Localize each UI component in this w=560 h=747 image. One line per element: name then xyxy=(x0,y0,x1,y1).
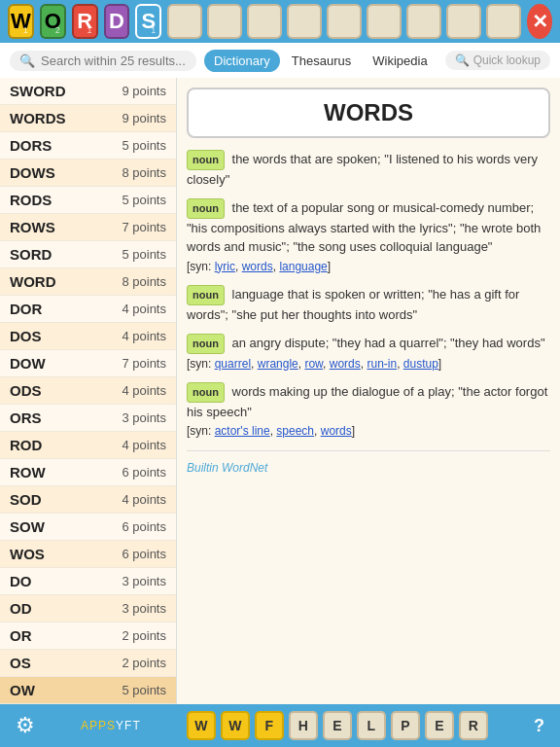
word-item[interactable]: ROWS7 points xyxy=(0,214,176,241)
search-bar: 🔍 Dictionary Thesaurus Wikipedia 🔍 Quick… xyxy=(0,43,560,78)
word-points: 5 points xyxy=(122,683,166,697)
word-name: DOS xyxy=(10,328,42,344)
word-points: 6 points xyxy=(122,547,166,561)
help-button[interactable]: ? xyxy=(534,716,544,736)
syn-link-language[interactable]: language xyxy=(279,260,327,273)
header-tile-2 xyxy=(207,4,242,39)
word-points: 2 points xyxy=(122,656,166,670)
syn-line-2: [syn: lyric, words, language] xyxy=(187,260,331,273)
word-item[interactable]: DOR4 points xyxy=(0,296,176,323)
word-points: 6 points xyxy=(122,519,166,534)
close-button[interactable]: ✕ xyxy=(527,4,552,39)
word-item[interactable]: OD3 points xyxy=(0,595,176,622)
word-points: 4 points xyxy=(122,329,166,343)
divider xyxy=(187,450,550,451)
word-name: SOD xyxy=(10,491,42,508)
search-field-container[interactable]: 🔍 xyxy=(10,51,196,71)
word-name: ROD xyxy=(10,437,42,453)
word-item[interactable]: WOS6 points xyxy=(0,541,176,568)
word-points: 9 points xyxy=(122,84,166,98)
word-points: 9 points xyxy=(122,111,166,125)
header-tile-7 xyxy=(406,4,441,39)
syn-link-words2[interactable]: words xyxy=(330,357,361,371)
def-text-5: words making up the dialogue of a play; … xyxy=(187,384,547,419)
wordnet-credit: Builtin WordNet xyxy=(187,461,550,475)
footer-tile-p: P xyxy=(391,711,420,740)
header-tile-6 xyxy=(367,4,402,39)
header-tile-1 xyxy=(167,4,202,39)
syn-link-row[interactable]: row xyxy=(304,357,323,371)
tab-dictionary[interactable]: Dictionary xyxy=(204,50,280,72)
syn-link-wrangle[interactable]: wrangle xyxy=(258,357,298,371)
word-item[interactable]: OW5 points xyxy=(0,677,176,704)
logo-s-tile: S1 xyxy=(135,4,161,39)
header-tile-3 xyxy=(247,4,282,39)
definition-5: noun words making up the dialogue of a p… xyxy=(187,382,550,441)
search-icon: 🔍 xyxy=(19,53,35,68)
word-name: DOW xyxy=(10,355,46,372)
syn-link-dustup[interactable]: dustup xyxy=(403,357,438,371)
logo-o-tile: O2 xyxy=(40,4,66,39)
word-item[interactable]: OS2 points xyxy=(0,650,176,677)
syn-line-5: [syn: actor's line, speech, words] xyxy=(187,424,355,438)
word-item[interactable]: RODS5 points xyxy=(0,187,176,214)
word-name: OR xyxy=(10,627,32,644)
word-name: WOS xyxy=(10,546,45,562)
word-item[interactable]: ROW6 points xyxy=(0,459,176,486)
word-item[interactable]: DORS5 points xyxy=(0,132,176,160)
word-points: 5 points xyxy=(122,247,166,262)
word-name: DOWS xyxy=(10,164,55,181)
word-points: 5 points xyxy=(122,138,166,153)
word-name: ROWS xyxy=(10,219,55,235)
word-name: WORD xyxy=(10,273,56,290)
word-item[interactable]: SWORD9 points xyxy=(0,78,176,105)
word-name: SWORD xyxy=(10,83,66,99)
footer-tile-e2: E xyxy=(425,711,454,740)
word-points: 6 points xyxy=(122,465,166,480)
syn-link-speech[interactable]: speech xyxy=(276,424,314,438)
definition-2: noun the text of a popular song or music… xyxy=(187,198,550,275)
word-points: 3 points xyxy=(122,601,166,616)
definition-4: noun an angry dispute; "they had a quarr… xyxy=(187,334,550,373)
word-item[interactable]: DO3 points xyxy=(0,568,176,595)
word-item[interactable]: OR2 points xyxy=(0,622,176,650)
word-item[interactable]: DOS4 points xyxy=(0,323,176,350)
header-tile-5 xyxy=(327,4,362,39)
word-item[interactable]: SOW6 points xyxy=(0,514,176,541)
word-item[interactable]: SOD4 points xyxy=(0,486,176,514)
footer-tile-f: F xyxy=(255,711,284,740)
def-text-1: the words that are spoken; "I listened t… xyxy=(187,152,538,187)
syn-link-lyric[interactable]: lyric xyxy=(215,260,235,273)
syn-link-quarrel[interactable]: quarrel xyxy=(215,357,251,371)
pos-badge-1: noun xyxy=(187,150,225,170)
word-item[interactable]: DOW7 points xyxy=(0,350,176,377)
word-item[interactable]: ORS3 points xyxy=(0,405,176,432)
footer-tile-w2: W xyxy=(221,711,250,740)
search-icon-right: 🔍 xyxy=(455,53,470,67)
word-list[interactable]: SWORD9 pointsWORDS9 pointsDORS5 pointsDO… xyxy=(0,78,177,704)
footer-tile-r: R xyxy=(459,711,488,740)
syn-link-runin[interactable]: run-in xyxy=(367,357,397,371)
word-points: 3 points xyxy=(122,410,166,425)
word-points: 7 points xyxy=(122,356,166,371)
word-points: 3 points xyxy=(122,574,166,588)
gear-icon[interactable]: ⚙ xyxy=(16,713,35,738)
tab-wikipedia[interactable]: Wikipedia xyxy=(363,50,437,72)
syn-link-words3[interactable]: words xyxy=(321,424,352,438)
word-name: RODS xyxy=(10,192,52,208)
word-item[interactable]: ODS4 points xyxy=(0,377,176,405)
quick-lookup[interactable]: 🔍 Quick lookup xyxy=(445,51,550,70)
word-points: 8 points xyxy=(122,165,166,180)
definition-1: noun the words that are spoken; "I liste… xyxy=(187,150,550,189)
syn-link-actorsline[interactable]: actor's line xyxy=(215,424,270,438)
word-points: 4 points xyxy=(122,438,166,452)
syn-link-words1[interactable]: words xyxy=(242,260,273,273)
tab-thesaurus[interactable]: Thesaurus xyxy=(282,50,361,72)
word-item[interactable]: WORD8 points xyxy=(0,268,176,296)
word-item[interactable]: SORD5 points xyxy=(0,241,176,268)
search-input[interactable] xyxy=(41,53,187,68)
word-item[interactable]: ROD4 points xyxy=(0,432,176,459)
word-item[interactable]: WORDS9 points xyxy=(0,105,176,132)
word-item[interactable]: DOWS8 points xyxy=(0,160,176,187)
header-tile-4 xyxy=(287,4,322,39)
